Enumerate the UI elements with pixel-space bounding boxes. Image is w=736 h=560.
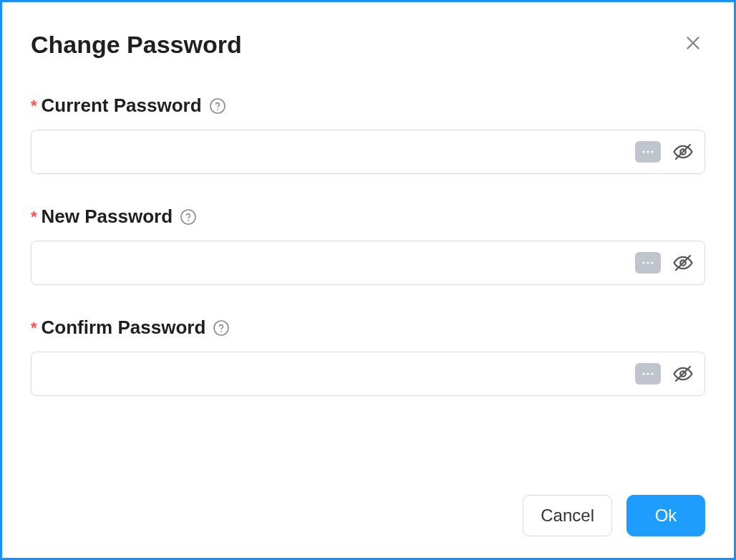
confirm-password-label: Confirm Password xyxy=(42,317,206,339)
svg-point-13 xyxy=(651,261,653,264)
toggle-visibility-button[interactable] xyxy=(672,363,694,385)
confirm-password-label-row: * Confirm Password xyxy=(31,317,705,339)
toggle-visibility-button[interactable] xyxy=(672,252,694,274)
svg-point-18 xyxy=(642,372,644,375)
confirm-password-input-wrap xyxy=(31,352,705,396)
current-password-input[interactable] xyxy=(31,130,705,174)
eye-off-icon xyxy=(672,376,694,387)
eye-off-icon xyxy=(672,154,694,165)
input-icons xyxy=(635,252,694,274)
dialog-header: Change Password xyxy=(31,31,705,59)
dialog-title: Change Password xyxy=(31,31,242,59)
required-indicator: * xyxy=(31,319,37,337)
help-icon[interactable] xyxy=(213,319,230,337)
required-indicator: * xyxy=(31,97,37,115)
input-icons xyxy=(635,363,694,385)
new-password-input-wrap xyxy=(31,241,705,285)
svg-point-9 xyxy=(181,210,195,224)
new-password-label: New Password xyxy=(42,206,173,228)
current-password-group: * Current Password xyxy=(31,95,705,174)
dialog-footer: Cancel Ok xyxy=(31,481,705,536)
cancel-button[interactable]: Cancel xyxy=(523,495,612,536)
svg-point-20 xyxy=(651,372,653,375)
svg-point-4 xyxy=(642,150,644,153)
new-password-group: * New Password xyxy=(31,206,705,285)
password-manager-icon[interactable] xyxy=(635,141,661,163)
close-button[interactable] xyxy=(681,31,705,55)
confirm-password-group: * Confirm Password xyxy=(31,317,705,396)
svg-point-16 xyxy=(214,321,228,335)
eye-off-icon xyxy=(672,265,694,276)
current-password-label-row: * Current Password xyxy=(31,95,705,117)
close-icon xyxy=(684,44,702,54)
current-password-label: Current Password xyxy=(42,95,202,117)
required-indicator: * xyxy=(31,208,37,226)
svg-point-5 xyxy=(647,150,649,153)
toggle-visibility-button[interactable] xyxy=(672,141,694,163)
confirm-password-input[interactable] xyxy=(31,352,705,396)
help-icon[interactable] xyxy=(180,208,197,226)
svg-point-19 xyxy=(647,372,649,375)
current-password-input-wrap xyxy=(31,130,705,174)
svg-point-3 xyxy=(217,109,218,110)
svg-point-17 xyxy=(221,331,222,332)
help-icon[interactable] xyxy=(209,97,226,115)
new-password-input[interactable] xyxy=(31,241,705,285)
svg-point-6 xyxy=(651,150,653,153)
svg-point-12 xyxy=(647,261,649,264)
svg-point-10 xyxy=(188,220,189,221)
new-password-label-row: * New Password xyxy=(31,206,705,228)
password-manager-icon[interactable] xyxy=(635,252,661,274)
svg-point-2 xyxy=(210,99,225,113)
input-icons xyxy=(635,141,694,163)
ok-button[interactable]: Ok xyxy=(626,495,705,536)
password-manager-icon[interactable] xyxy=(635,363,661,385)
svg-point-11 xyxy=(642,261,644,264)
